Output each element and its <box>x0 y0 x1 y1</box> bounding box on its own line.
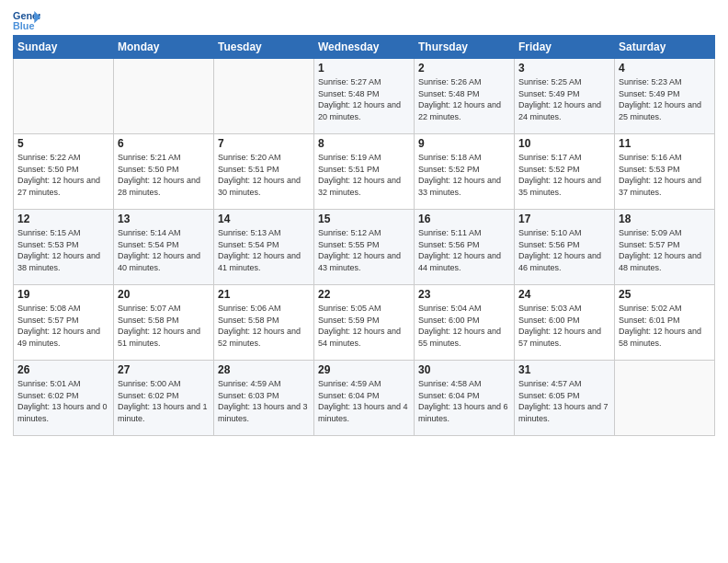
day-info: Sunrise: 5:14 AMSunset: 5:54 PMDaylight:… <box>118 227 210 273</box>
header: General Blue <box>13 9 715 31</box>
day-number: 25 <box>619 288 711 301</box>
weekday-header-row: SundayMondayTuesdayWednesdayThursdayFrid… <box>14 36 715 59</box>
day-cell: 18Sunrise: 5:09 AMSunset: 5:57 PMDayligh… <box>615 210 715 285</box>
day-info: Sunrise: 5:03 AMSunset: 6:00 PMDaylight:… <box>518 303 610 349</box>
week-row-1: 1Sunrise: 5:27 AMSunset: 5:48 PMDaylight… <box>14 59 715 134</box>
day-cell: 21Sunrise: 5:06 AMSunset: 5:58 PMDayligh… <box>214 285 314 361</box>
weekday-header-thursday: Thursday <box>415 36 515 59</box>
day-cell <box>14 59 114 134</box>
day-cell: 12Sunrise: 5:15 AMSunset: 5:53 PMDayligh… <box>14 210 114 285</box>
day-cell: 11Sunrise: 5:16 AMSunset: 5:53 PMDayligh… <box>615 134 715 210</box>
day-info: Sunrise: 5:22 AMSunset: 5:50 PMDaylight:… <box>17 152 109 198</box>
day-number: 30 <box>418 363 510 376</box>
day-number: 12 <box>17 213 109 225</box>
day-number: 5 <box>17 137 109 150</box>
day-info: Sunrise: 5:07 AMSunset: 5:58 PMDaylight:… <box>118 303 210 349</box>
day-cell: 15Sunrise: 5:12 AMSunset: 5:55 PMDayligh… <box>314 210 415 285</box>
day-number: 10 <box>518 137 610 150</box>
weekday-header-saturday: Saturday <box>615 36 715 59</box>
day-number: 13 <box>118 213 210 225</box>
day-cell: 8Sunrise: 5:19 AMSunset: 5:51 PMDaylight… <box>314 134 415 210</box>
day-number: 27 <box>118 363 210 376</box>
day-info: Sunrise: 5:27 AMSunset: 5:48 PMDaylight:… <box>318 76 410 122</box>
day-info: Sunrise: 5:26 AMSunset: 5:48 PMDaylight:… <box>418 76 510 122</box>
day-cell: 29Sunrise: 4:59 AMSunset: 6:04 PMDayligh… <box>314 361 415 436</box>
day-info: Sunrise: 5:01 AMSunset: 6:02 PMDaylight:… <box>17 378 109 424</box>
logo-icon: General Blue <box>13 9 40 31</box>
week-row-2: 5Sunrise: 5:22 AMSunset: 5:50 PMDaylight… <box>14 134 715 210</box>
day-cell: 2Sunrise: 5:26 AMSunset: 5:48 PMDaylight… <box>415 59 515 134</box>
day-number: 6 <box>118 137 210 150</box>
day-cell: 27Sunrise: 5:00 AMSunset: 6:02 PMDayligh… <box>114 361 214 436</box>
day-cell <box>214 59 314 134</box>
week-row-5: 26Sunrise: 5:01 AMSunset: 6:02 PMDayligh… <box>14 361 715 436</box>
day-info: Sunrise: 5:12 AMSunset: 5:55 PMDaylight:… <box>318 227 410 273</box>
day-cell: 19Sunrise: 5:08 AMSunset: 5:57 PMDayligh… <box>14 285 114 361</box>
day-info: Sunrise: 5:25 AMSunset: 5:49 PMDaylight:… <box>518 76 610 122</box>
day-cell <box>114 59 214 134</box>
day-info: Sunrise: 5:16 AMSunset: 5:53 PMDaylight:… <box>619 152 711 198</box>
day-number: 28 <box>218 363 310 376</box>
day-number: 19 <box>17 288 109 301</box>
day-info: Sunrise: 4:59 AMSunset: 6:04 PMDaylight:… <box>318 378 410 424</box>
calendar-table: SundayMondayTuesdayWednesdayThursdayFrid… <box>13 35 715 436</box>
day-number: 3 <box>518 62 610 75</box>
day-info: Sunrise: 5:23 AMSunset: 5:49 PMDaylight:… <box>619 76 711 122</box>
day-number: 18 <box>619 213 711 225</box>
day-cell: 16Sunrise: 5:11 AMSunset: 5:56 PMDayligh… <box>415 210 515 285</box>
day-number: 29 <box>318 363 410 376</box>
day-cell: 4Sunrise: 5:23 AMSunset: 5:49 PMDaylight… <box>615 59 715 134</box>
day-number: 24 <box>518 288 610 301</box>
svg-text:Blue: Blue <box>13 20 34 31</box>
day-number: 31 <box>518 363 610 376</box>
weekday-header-wednesday: Wednesday <box>314 36 415 59</box>
day-info: Sunrise: 5:21 AMSunset: 5:50 PMDaylight:… <box>118 152 210 198</box>
day-cell: 31Sunrise: 4:57 AMSunset: 6:05 PMDayligh… <box>515 361 615 436</box>
day-number: 8 <box>318 137 410 150</box>
day-info: Sunrise: 5:11 AMSunset: 5:56 PMDaylight:… <box>418 227 510 273</box>
weekday-header-friday: Friday <box>515 36 615 59</box>
day-info: Sunrise: 5:06 AMSunset: 5:58 PMDaylight:… <box>218 303 310 349</box>
day-cell: 5Sunrise: 5:22 AMSunset: 5:50 PMDaylight… <box>14 134 114 210</box>
day-number: 20 <box>118 288 210 301</box>
calendar-container: General Blue SundayMondayTuesdayWednesda… <box>0 0 728 442</box>
weekday-header-sunday: Sunday <box>14 36 114 59</box>
day-info: Sunrise: 5:10 AMSunset: 5:56 PMDaylight:… <box>518 227 610 273</box>
day-info: Sunrise: 5:20 AMSunset: 5:51 PMDaylight:… <box>218 152 310 198</box>
day-cell: 22Sunrise: 5:05 AMSunset: 5:59 PMDayligh… <box>314 285 415 361</box>
day-info: Sunrise: 5:05 AMSunset: 5:59 PMDaylight:… <box>318 303 410 349</box>
day-info: Sunrise: 4:57 AMSunset: 6:05 PMDaylight:… <box>518 378 610 424</box>
week-row-3: 12Sunrise: 5:15 AMSunset: 5:53 PMDayligh… <box>14 210 715 285</box>
day-cell: 1Sunrise: 5:27 AMSunset: 5:48 PMDaylight… <box>314 59 415 134</box>
day-number: 15 <box>318 213 410 225</box>
day-number: 14 <box>218 213 310 225</box>
day-info: Sunrise: 5:13 AMSunset: 5:54 PMDaylight:… <box>218 227 310 273</box>
day-cell: 20Sunrise: 5:07 AMSunset: 5:58 PMDayligh… <box>114 285 214 361</box>
day-cell: 10Sunrise: 5:17 AMSunset: 5:52 PMDayligh… <box>515 134 615 210</box>
day-cell: 30Sunrise: 4:58 AMSunset: 6:04 PMDayligh… <box>415 361 515 436</box>
day-info: Sunrise: 5:17 AMSunset: 5:52 PMDaylight:… <box>518 152 610 198</box>
day-cell: 25Sunrise: 5:02 AMSunset: 6:01 PMDayligh… <box>615 285 715 361</box>
day-cell: 3Sunrise: 5:25 AMSunset: 5:49 PMDaylight… <box>515 59 615 134</box>
day-info: Sunrise: 5:04 AMSunset: 6:00 PMDaylight:… <box>418 303 510 349</box>
day-info: Sunrise: 5:19 AMSunset: 5:51 PMDaylight:… <box>318 152 410 198</box>
day-cell <box>615 361 715 436</box>
logo: General Blue <box>13 9 40 31</box>
day-number: 11 <box>619 137 711 150</box>
day-number: 1 <box>318 62 410 75</box>
day-cell: 26Sunrise: 5:01 AMSunset: 6:02 PMDayligh… <box>14 361 114 436</box>
day-number: 23 <box>418 288 510 301</box>
day-info: Sunrise: 4:58 AMSunset: 6:04 PMDaylight:… <box>418 378 510 424</box>
day-info: Sunrise: 5:08 AMSunset: 5:57 PMDaylight:… <box>17 303 109 349</box>
day-cell: 23Sunrise: 5:04 AMSunset: 6:00 PMDayligh… <box>415 285 515 361</box>
day-info: Sunrise: 5:09 AMSunset: 5:57 PMDaylight:… <box>619 227 711 273</box>
weekday-header-monday: Monday <box>114 36 214 59</box>
day-cell: 7Sunrise: 5:20 AMSunset: 5:51 PMDaylight… <box>214 134 314 210</box>
day-cell: 9Sunrise: 5:18 AMSunset: 5:52 PMDaylight… <box>415 134 515 210</box>
day-cell: 28Sunrise: 4:59 AMSunset: 6:03 PMDayligh… <box>214 361 314 436</box>
day-cell: 13Sunrise: 5:14 AMSunset: 5:54 PMDayligh… <box>114 210 214 285</box>
day-info: Sunrise: 5:00 AMSunset: 6:02 PMDaylight:… <box>118 378 210 424</box>
day-info: Sunrise: 5:02 AMSunset: 6:01 PMDaylight:… <box>619 303 711 349</box>
day-info: Sunrise: 5:18 AMSunset: 5:52 PMDaylight:… <box>418 152 510 198</box>
day-number: 16 <box>418 213 510 225</box>
